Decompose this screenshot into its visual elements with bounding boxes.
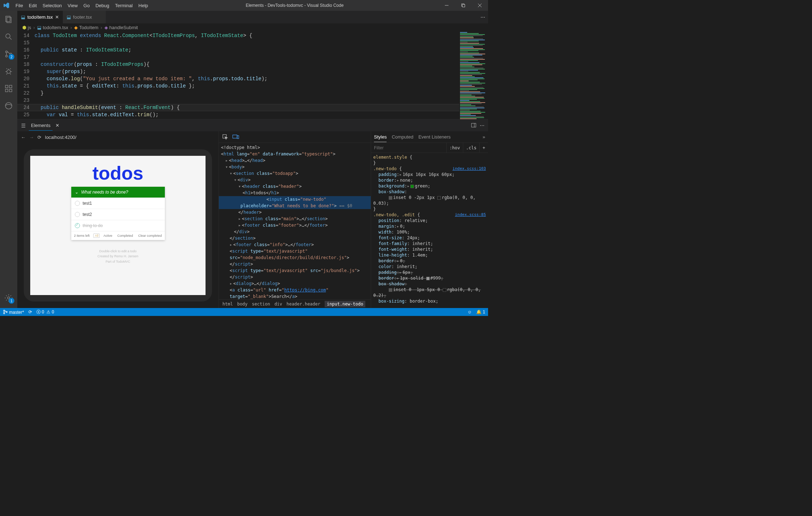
editor-tab[interactable]: ⬓todoItem.tsx✕	[17, 11, 63, 23]
breadcrumb-class[interactable]: ◆ TodoItem	[74, 25, 98, 30]
todo-checkbox[interactable]	[75, 201, 80, 206]
minimize-button[interactable]	[438, 0, 455, 11]
panel-tab-elements[interactable]: Elements	[29, 121, 53, 131]
menu-edit[interactable]: Edit	[26, 0, 40, 11]
svg-rect-12	[9, 85, 12, 88]
activity-bar: 2 1	[0, 11, 17, 308]
menu-debug[interactable]: Debug	[93, 0, 112, 11]
color-swatch[interactable]	[443, 288, 446, 292]
todo-checkbox[interactable]	[75, 212, 80, 217]
dom-breadcrumb[interactable]: htmlbodysectiondivheader.headerinput.new…	[219, 299, 371, 308]
shadow-swatch[interactable]	[389, 288, 392, 292]
code-content[interactable]: class TodoItem extends React.Component<I…	[35, 31, 459, 119]
breadcrumbs[interactable]: ⬢ js › ⬓ todoItem.tsx › ◆ TodoItem › ◈ h…	[17, 23, 488, 31]
editor-more-icon[interactable]: ⋯	[477, 11, 488, 23]
tab-event-listeners[interactable]: Event Listeners	[418, 134, 451, 140]
branch-indicator[interactable]: master*	[3, 309, 24, 315]
inspect-element-icon[interactable]	[222, 134, 228, 140]
svg-point-13	[5, 103, 12, 109]
window-title: Elements - DevTools-todomvc - Visual Stu…	[151, 3, 438, 8]
new-todo-input[interactable]: ⌄ What needs to be done?	[71, 187, 165, 198]
todo-checkbox[interactable]	[75, 223, 80, 228]
menu-view[interactable]: View	[65, 0, 81, 11]
breadcrumb-method[interactable]: ◈ handleSubmit	[104, 25, 138, 30]
breadcrumb-file[interactable]: ⬓ todoItem.tsx	[37, 25, 68, 30]
panel-more-icon[interactable]: ⋯	[480, 123, 484, 128]
minimap[interactable]	[459, 31, 488, 119]
explorer-icon[interactable]	[0, 11, 17, 28]
svg-rect-9	[5, 85, 8, 88]
styles-filter-input[interactable]	[371, 143, 446, 153]
panel-close-icon[interactable]: ✕	[55, 123, 59, 128]
todo-text: thing to do	[83, 223, 103, 228]
dom-crumb[interactable]: html	[222, 302, 233, 307]
debug-icon[interactable]	[0, 63, 17, 80]
add-rule-icon[interactable]: +	[479, 143, 488, 153]
todo-item[interactable]: thing to do	[71, 220, 165, 231]
svg-point-19	[4, 310, 5, 311]
dom-crumb[interactable]: body	[237, 302, 248, 307]
nav-back-icon[interactable]: ←	[21, 135, 26, 140]
source-control-icon[interactable]: 2	[0, 45, 17, 63]
dom-crumb[interactable]: div	[274, 302, 282, 307]
notifications-icon[interactable]: 🔔 1	[476, 309, 485, 314]
close-button[interactable]	[472, 0, 488, 11]
tab-styles[interactable]: Styles	[374, 134, 387, 142]
menu-help[interactable]: Help	[136, 0, 151, 11]
chevron-down-icon[interactable]: ⌄	[75, 190, 78, 195]
feedback-icon[interactable]: ☺	[468, 309, 472, 314]
cls-toggle[interactable]: .cls	[463, 143, 479, 153]
problems-indicator[interactable]: ⓧ 0 ⚠ 0	[36, 309, 54, 315]
nav-reload-icon[interactable]: ⟳	[37, 135, 41, 140]
menu-terminal[interactable]: Terminal	[112, 0, 135, 11]
styles-more-icon[interactable]: »	[483, 134, 485, 140]
code-editor[interactable]: 141516171819202122232425 class TodoItem …	[17, 31, 488, 119]
tsx-file-icon: ⬓	[67, 14, 71, 20]
filter-active[interactable]: Active	[102, 234, 114, 238]
shadow-swatch[interactable]	[389, 196, 392, 200]
dom-crumb[interactable]: input.new-todo	[325, 301, 365, 307]
color-swatch[interactable]	[426, 277, 430, 280]
filter-completed[interactable]: Completed	[116, 234, 135, 238]
source-link[interactable]: index.scss:103	[452, 166, 486, 172]
svg-rect-18	[237, 136, 239, 139]
hov-toggle[interactable]: :hov	[446, 143, 463, 153]
dom-crumb[interactable]: header.header	[287, 302, 320, 307]
url-display[interactable]: localhost:4200/	[45, 135, 76, 140]
tab-label: footer.tsx	[73, 14, 92, 20]
dom-crumb[interactable]: section	[252, 302, 270, 307]
todo-card: ⌄ What needs to be done? test1test2thing…	[71, 187, 165, 240]
menu-file[interactable]: File	[13, 0, 26, 11]
rendered-page[interactable]: todos ⌄ What needs to be done? test1test…	[30, 156, 206, 295]
svg-rect-1	[463, 5, 465, 7]
breadcrumb-lang[interactable]: ⬢ js	[22, 25, 31, 30]
dom-tree[interactable]: <!doctype html> <html lang="en" data-fra…	[219, 143, 371, 299]
maximize-button[interactable]	[455, 0, 472, 11]
extensions-icon[interactable]	[0, 80, 17, 97]
menu-go[interactable]: Go	[81, 0, 93, 11]
svg-point-4	[6, 34, 10, 38]
devtools-preview-pane: ← → ⟳ localhost:4200/ todos ⌄	[17, 131, 219, 308]
todo-item[interactable]: test1	[71, 198, 165, 209]
todo-text: test1	[83, 201, 92, 206]
panel-split-icon[interactable]	[471, 123, 476, 128]
search-icon[interactable]	[0, 28, 17, 45]
todos-heading: todos	[93, 162, 144, 184]
styles-body[interactable]: element.style { } .new-todo {index.scss:…	[371, 153, 488, 308]
color-swatch[interactable]	[437, 196, 441, 200]
color-swatch[interactable]	[410, 185, 414, 188]
chevron-right-icon: ›	[33, 25, 35, 30]
clear-completed-link[interactable]: Clear completed	[138, 234, 162, 237]
nav-forward-icon[interactable]: →	[29, 135, 34, 140]
tab-computed[interactable]: Computed	[392, 134, 413, 140]
filter-all[interactable]: All	[93, 234, 100, 238]
todo-item[interactable]: test2	[71, 209, 165, 220]
source-link[interactable]: index.scss:85	[455, 212, 486, 218]
device-toggle-icon[interactable]	[233, 135, 239, 140]
tab-close-icon[interactable]: ✕	[55, 14, 59, 20]
editor-tab[interactable]: ⬓footer.tsx	[63, 11, 106, 23]
menu-selection[interactable]: Selection	[40, 0, 64, 11]
sync-icon[interactable]: ⟳	[28, 309, 32, 314]
edge-devtools-icon[interactable]	[0, 97, 17, 114]
settings-gear-icon[interactable]: 1	[0, 289, 17, 307]
